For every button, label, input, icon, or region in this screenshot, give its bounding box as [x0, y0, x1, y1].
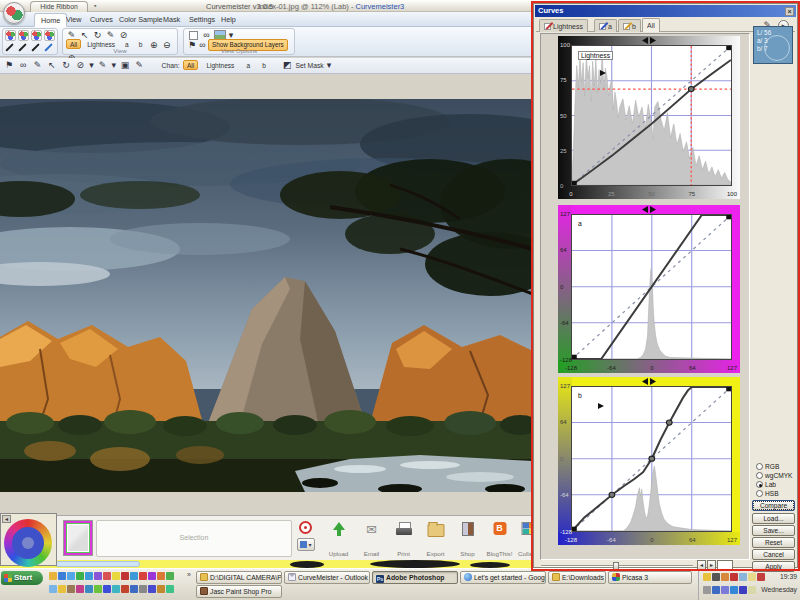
quick-launch-icon[interactable] — [103, 572, 111, 580]
tray-icon[interactable] — [748, 586, 756, 594]
eyedropper-icon[interactable] — [5, 43, 16, 54]
upload-button[interactable]: Upload — [323, 519, 354, 558]
radio-wgcmyk[interactable]: wgCMYK — [756, 472, 792, 480]
chan-chip-b[interactable]: b — [258, 60, 270, 70]
quick-launch-icon[interactable] — [94, 572, 102, 580]
curve-tool-icon[interactable]: ✎ — [31, 59, 43, 72]
tab-mask[interactable]: Mask — [157, 13, 186, 27]
quick-launch-icon[interactable] — [94, 585, 102, 593]
quick-launch-icon[interactable] — [166, 585, 174, 593]
reset-button[interactable]: Reset — [752, 537, 795, 548]
load-button[interactable]: Load... — [752, 513, 795, 524]
print-button[interactable]: Print — [388, 519, 419, 558]
color-sample-icon[interactable] — [44, 30, 55, 41]
chan-chip-all[interactable]: All — [183, 60, 198, 70]
quick-launch-icon[interactable] — [157, 572, 165, 580]
radio-lab[interactable]: Lab — [756, 481, 776, 489]
curve-pin-icon[interactable] — [44, 43, 55, 54]
compare-button[interactable]: Compare — [752, 500, 795, 511]
color-sample-icon[interactable] — [18, 30, 29, 41]
b-plot[interactable]: b — [571, 386, 732, 532]
quick-launch-icon[interactable] — [49, 585, 57, 593]
tray-icon[interactable] — [721, 586, 729, 594]
quick-launch-icon[interactable] — [76, 585, 84, 593]
quick-launch-icon[interactable] — [58, 572, 66, 580]
color-sample-icon[interactable] — [31, 30, 42, 41]
radio-rgb[interactable]: RGB — [756, 463, 779, 471]
mask-icon[interactable]: ◩ — [281, 59, 293, 72]
tray-icon[interactable] — [703, 573, 711, 581]
hold-selection-icon[interactable] — [299, 521, 312, 534]
taskbar-item-digital-camera[interactable]: D:\DIGITAL CAMERA\Ph... — [196, 571, 282, 584]
eyedropper-icon[interactable]: ✎ — [97, 59, 109, 72]
curves-dialog-titlebar[interactable]: Curves × — [535, 5, 796, 17]
chan-chip-lightness[interactable]: Lightness — [202, 60, 238, 70]
hide-ribbon-button[interactable]: Hide Ribbon — [30, 1, 88, 12]
save-button[interactable]: Save... — [752, 525, 795, 536]
spin-left-button[interactable]: ◂ — [697, 560, 706, 570]
quick-launch-icon[interactable] — [112, 585, 120, 593]
quick-launch-icon[interactable] — [112, 572, 120, 580]
shop-button[interactable]: Shop — [452, 519, 483, 558]
quick-launch-icon[interactable] — [148, 572, 156, 580]
tab-lightness[interactable]: Lightness — [539, 19, 588, 32]
eyedropper-icon[interactable] — [18, 43, 29, 54]
chan-chip-a[interactable]: a — [242, 60, 254, 70]
quick-launch-icon[interactable] — [49, 572, 57, 580]
tray-icon[interactable] — [712, 573, 720, 581]
quick-launch-icon[interactable] — [139, 572, 147, 580]
quick-launch-icon[interactable] — [148, 585, 156, 593]
quick-launch-icon[interactable] — [103, 585, 111, 593]
quick-access-dot-icon[interactable]: ▪ — [94, 2, 96, 9]
quick-launch-icon[interactable] — [139, 585, 147, 593]
selection-well[interactable]: Selection — [96, 520, 292, 557]
tray-dropdown-button[interactable]: ▾ — [297, 538, 315, 551]
taskbar-item-outlook[interactable]: CurveMeister - Outlook E... — [284, 571, 370, 584]
pin-icon[interactable]: ⚑ — [3, 59, 15, 72]
close-icon[interactable]: × — [785, 7, 794, 16]
tray-icon[interactable] — [730, 586, 738, 594]
quick-launch-icon[interactable] — [166, 572, 174, 580]
apply-button[interactable]: Apply — [752, 561, 795, 572]
tray-icon[interactable] — [712, 586, 720, 594]
taskbar-item-paintshop[interactable]: Jasc Paint Shop Pro — [196, 585, 282, 598]
tray-icon[interactable] — [757, 573, 765, 581]
start-button[interactable]: Start — [1, 571, 43, 585]
tab-a[interactable]: a — [594, 19, 617, 32]
tray-icon[interactable] — [748, 573, 756, 581]
tray-thumbnail[interactable] — [64, 521, 92, 555]
cursor-icon[interactable]: ↖ — [46, 59, 58, 72]
magnifier-icon[interactable]: ⊘ — [74, 59, 86, 72]
horizontal-slider[interactable] — [541, 562, 693, 570]
copy-icon[interactable]: ▣ — [119, 59, 131, 72]
export-button[interactable]: Export — [420, 519, 451, 558]
cancel-button[interactable]: Cancel — [752, 549, 795, 560]
spin-right-button[interactable]: ▸ — [707, 560, 716, 570]
dropdown-arrow-icon[interactable]: ▾ — [88, 59, 94, 72]
quick-launch-overflow-chevron[interactable]: » — [187, 571, 191, 578]
tray-icon[interactable] — [739, 573, 747, 581]
set-mask-button[interactable]: Set Mask — [295, 58, 323, 73]
taskbar-item-google[interactable]: Let's get started - Googl... — [460, 571, 546, 584]
dropdown-arrow-icon[interactable]: ▾ — [326, 59, 332, 72]
quick-launch-icon[interactable] — [157, 585, 165, 593]
eyedropper-icon[interactable] — [31, 43, 42, 54]
quick-launch-icon[interactable] — [121, 585, 129, 593]
rotate-icon[interactable]: ↻ — [60, 59, 72, 72]
slider-thumb[interactable] — [613, 562, 619, 570]
value-input[interactable] — [717, 560, 733, 570]
taskbar-item-picasa[interactable]: Picasa 3 — [608, 571, 692, 584]
quick-launch-icon[interactable] — [130, 572, 138, 580]
pencil-icon[interactable]: ✎ — [133, 59, 145, 72]
quick-launch-icon[interactable] — [121, 572, 129, 580]
email-button[interactable]: ✉Email — [356, 519, 387, 558]
quick-launch-icon[interactable] — [85, 585, 93, 593]
dropdown-arrow-icon[interactable]: ▾ — [111, 59, 117, 72]
photo-canvas[interactable] — [0, 99, 533, 492]
tray-scrollbar[interactable] — [55, 561, 140, 567]
lightness-plot[interactable]: Lightness — [571, 45, 732, 186]
quick-launch-icon[interactable] — [58, 585, 66, 593]
quick-launch-icon[interactable] — [130, 585, 138, 593]
tray-icon[interactable] — [739, 586, 747, 594]
blogthis-button[interactable]: BBlogThis! — [484, 519, 515, 558]
